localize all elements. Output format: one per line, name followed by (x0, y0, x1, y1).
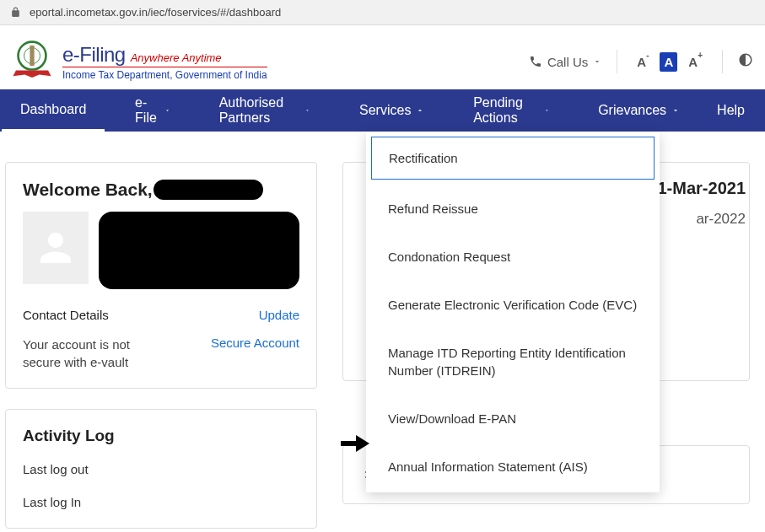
arrow-right-icon (341, 435, 369, 452)
contrast-toggle[interactable] (738, 52, 753, 71)
redacted-name (154, 180, 263, 200)
avatar-placeholder (23, 212, 89, 284)
nav-dashboard[interactable]: Dashboard (2, 89, 105, 132)
nav-authorised-partners[interactable]: Authorised Partners (201, 89, 330, 132)
redacted-profile-info (99, 212, 299, 289)
call-us-button[interactable]: Call Us (529, 55, 601, 69)
contact-details-label: Contact Details (23, 308, 109, 322)
text-size-increase[interactable]: A+ (684, 51, 707, 72)
svg-rect-2 (30, 46, 34, 66)
date-partial: ar-2022 (696, 211, 746, 228)
welcome-title: Welcome Back, (23, 180, 299, 200)
activity-log-title: Activity Log (23, 427, 299, 445)
text-size-normal[interactable]: A (660, 52, 677, 72)
svg-rect-3 (341, 441, 358, 446)
browser-url-bar: eportal.incometax.gov.in/iec/foservices/… (0, 0, 765, 25)
header-controls: Call Us A- A A+ (529, 50, 753, 73)
date-range-end: 31-Mar-2021 (648, 179, 746, 198)
menu-ais[interactable]: Annual Information Statement (AIS) (366, 443, 660, 491)
menu-epan[interactable]: View/Download E-PAN (366, 395, 660, 443)
brand-block: e-Filing Anywhere Anytime Income Tax Dep… (10, 40, 267, 83)
update-contact-link[interactable]: Update (259, 308, 299, 322)
divider (617, 50, 617, 73)
menu-refund-reissue[interactable]: Refund Reissue (366, 185, 660, 233)
chevron-down-icon (164, 106, 170, 115)
welcome-card: Welcome Back, Contact Details Update You… (5, 162, 317, 389)
secure-account-link[interactable]: Secure Account (211, 336, 299, 371)
url-text: eportal.incometax.gov.in/iec/foservices/… (30, 6, 281, 19)
chevron-down-icon (544, 106, 550, 115)
menu-rectification[interactable]: Rectification (371, 137, 655, 180)
chevron-down-icon (304, 106, 310, 115)
activity-log-card: Activity Log Last log out Last log In (5, 409, 317, 529)
nav-efile[interactable]: e-File (116, 89, 189, 132)
chevron-down-icon (593, 57, 601, 66)
brand-subtitle: Income Tax Department, Government of Ind… (62, 67, 267, 81)
evault-status: Your account is not secure with e-vault (23, 336, 158, 371)
menu-evc[interactable]: Generate Electronic Verification Code (E… (366, 281, 660, 329)
brand-tagline: Anywhere Anytime (131, 51, 222, 64)
divider (722, 50, 723, 73)
menu-condonation[interactable]: Condonation Request (366, 233, 660, 281)
main-nav: Dashboard e-File Authorised Partners Ser… (0, 89, 765, 132)
contrast-icon (738, 52, 753, 67)
phone-icon (529, 55, 542, 68)
last-login-row: Last log In (23, 495, 299, 509)
chevron-up-icon (416, 106, 424, 115)
chevron-down-icon (671, 106, 680, 115)
nav-grievances[interactable]: Grievances (579, 89, 698, 132)
nav-help[interactable]: Help (698, 89, 763, 132)
lock-icon (10, 7, 21, 18)
call-us-label: Call Us (547, 55, 588, 69)
brand-title: e-Filing (62, 43, 126, 67)
last-logout-row: Last log out (23, 462, 299, 476)
logo-emblem (10, 40, 54, 83)
nav-services[interactable]: Services (341, 89, 443, 132)
arrow-annotation (341, 435, 369, 455)
services-dropdown: Rectification Refund Reissue Condonation… (366, 132, 660, 492)
person-icon (33, 223, 78, 273)
page-header: e-Filing Anywhere Anytime Income Tax Dep… (0, 25, 765, 89)
nav-pending-actions[interactable]: Pending Actions (455, 89, 568, 132)
menu-itdrein[interactable]: Manage ITD Reporting Entity Identificati… (366, 329, 660, 395)
text-size-decrease[interactable]: A- (633, 51, 653, 72)
